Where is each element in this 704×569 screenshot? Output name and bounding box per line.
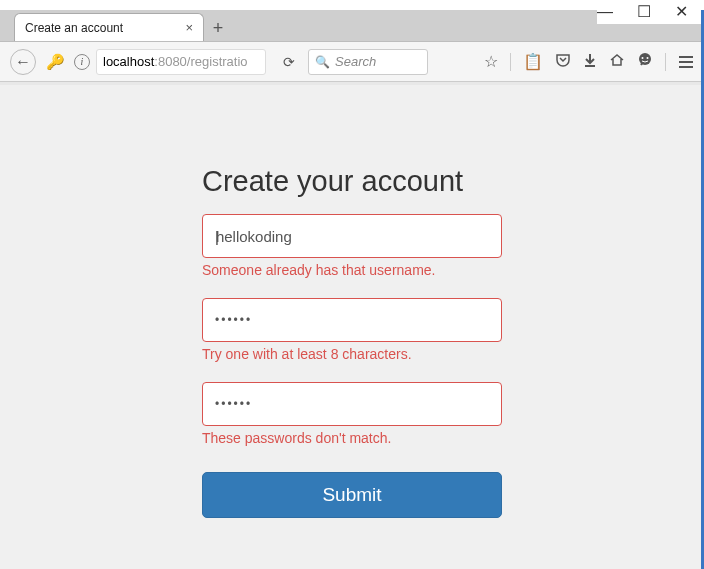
- bookmark-star-icon[interactable]: ☆: [484, 52, 498, 71]
- chat-icon[interactable]: [637, 52, 653, 72]
- url-bar[interactable]: localhost:8080/registratio: [96, 49, 266, 75]
- library-icon[interactable]: 📋: [523, 52, 543, 71]
- username-error: Someone already has that username.: [202, 262, 502, 278]
- password-value: ••••••: [215, 313, 252, 327]
- url-path: :8080/registratio: [154, 54, 247, 69]
- close-window-button[interactable]: ✕: [675, 4, 688, 20]
- search-icon: 🔍: [315, 55, 330, 69]
- back-button[interactable]: ←: [10, 49, 36, 75]
- new-tab-button[interactable]: +: [204, 15, 232, 41]
- downloads-icon[interactable]: [583, 53, 597, 71]
- tab-title: Create an account: [25, 21, 123, 35]
- window-controls: — ☐ ✕: [597, 0, 704, 24]
- toolbar-divider: [510, 53, 511, 71]
- username-input[interactable]: hellokoding: [202, 214, 502, 258]
- page-title: Create your account: [202, 165, 502, 198]
- confirm-password-input[interactable]: ••••••: [202, 382, 502, 426]
- home-icon[interactable]: [609, 52, 625, 72]
- maximize-button[interactable]: ☐: [637, 4, 651, 20]
- confirm-password-error: These passwords don't match.: [202, 430, 502, 446]
- search-input[interactable]: 🔍 Search: [308, 49, 428, 75]
- url-host: localhost: [103, 54, 154, 69]
- page-content: Create your account hellokoding Someone …: [0, 85, 704, 569]
- minimize-button[interactable]: —: [597, 4, 613, 20]
- tab-close-button[interactable]: ×: [185, 20, 193, 35]
- hamburger-menu-icon[interactable]: [678, 55, 694, 69]
- svg-point-1: [642, 57, 644, 59]
- svg-point-2: [647, 57, 649, 59]
- toolbar: ← 🔑 i localhost:8080/registratio ⟳ 🔍 Sea…: [0, 42, 704, 82]
- info-icon[interactable]: i: [74, 54, 90, 70]
- key-icon[interactable]: 🔑: [42, 49, 68, 75]
- username-value: hellokoding: [215, 228, 292, 245]
- confirm-password-value: ••••••: [215, 397, 252, 411]
- svg-point-0: [639, 53, 651, 65]
- reload-button[interactable]: ⟳: [276, 49, 302, 75]
- submit-button[interactable]: Submit: [202, 472, 502, 518]
- password-error: Try one with at least 8 characters.: [202, 346, 502, 362]
- password-input[interactable]: ••••••: [202, 298, 502, 342]
- registration-form: Create your account hellokoding Someone …: [202, 165, 502, 569]
- search-placeholder: Search: [335, 54, 376, 69]
- pocket-icon[interactable]: [555, 52, 571, 72]
- browser-tab[interactable]: Create an account ×: [14, 13, 204, 41]
- toolbar-divider: [665, 53, 666, 71]
